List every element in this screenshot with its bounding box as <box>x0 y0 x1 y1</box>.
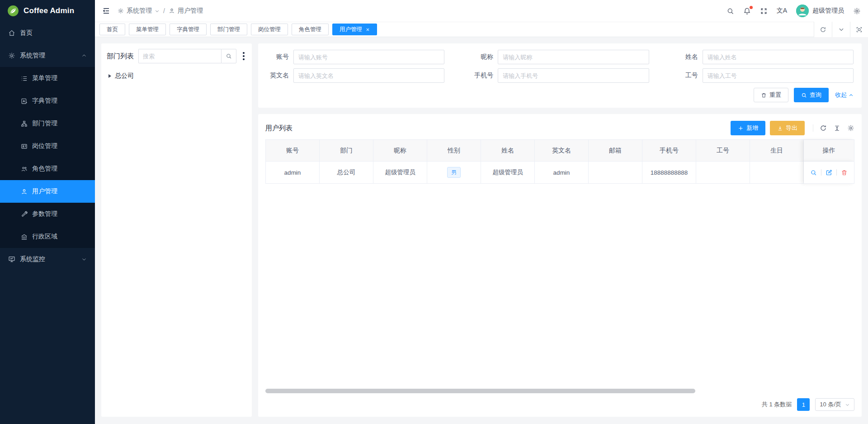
app-title: Coffee Admin <box>24 6 74 15</box>
page-size-select[interactable]: 10 条/页 <box>815 398 854 411</box>
roles-icon <box>21 166 28 172</box>
dept-panel-header: 部门列表 <box>107 49 246 63</box>
breadcrumb-system-mgmt[interactable]: 系统管理 <box>118 7 160 15</box>
tree-node-root[interactable]: 总公司 <box>107 70 246 82</box>
pagination: 共 1 条数据 1 10 条/页 <box>265 396 854 413</box>
user-list-title: 用户列表 <box>265 124 292 133</box>
main-area: 系统管理 / 用户管理 <box>95 0 868 424</box>
settings-gear-icon[interactable] <box>853 7 861 15</box>
sidebar-item-label: 菜单管理 <box>32 74 57 82</box>
edit-icon[interactable] <box>826 169 832 176</box>
fullscreen-icon[interactable] <box>760 7 768 15</box>
sidebar-item-home[interactable]: 首页 <box>0 22 95 44</box>
tab-home[interactable]: 首页 <box>99 24 125 35</box>
sidebar-item-dict-mgmt[interactable]: 字典管理 <box>0 90 95 112</box>
field-phone: 手机号 <box>467 68 649 83</box>
filter-panel: 账号 昵称 姓名 英文名 <box>258 43 862 108</box>
sidebar-item-role-mgmt[interactable]: 角色管理 <box>0 157 95 180</box>
sidebar-item-dept-mgmt[interactable]: 部门管理 <box>0 112 95 135</box>
query-button[interactable]: 查询 <box>794 88 829 102</box>
en-name-input[interactable] <box>293 68 444 83</box>
chevron-down-icon <box>155 9 160 14</box>
bank-icon <box>21 233 28 240</box>
reset-button[interactable]: 重置 <box>754 88 788 102</box>
tab-list: 首页 菜单管理 字典管理 部门管理 岗位管理 角色管理 用户管理 <box>99 24 814 35</box>
total-count: 共 1 条数据 <box>762 400 792 409</box>
app-root: Coffee Admin 首页 系统管理 菜单管理 <box>0 0 868 424</box>
menu-fold-icon[interactable] <box>102 7 110 15</box>
field-en-name: 英文名 <box>263 68 444 83</box>
right-column: 账号 昵称 姓名 英文名 <box>258 43 862 417</box>
field-name: 姓名 <box>672 50 854 64</box>
sidebar-item-menu-mgmt[interactable]: 菜单管理 <box>0 67 95 90</box>
tab-dict-mgmt[interactable]: 字典管理 <box>170 24 207 35</box>
col-gender: 性别 <box>427 140 481 162</box>
reset-label: 重置 <box>769 91 781 99</box>
tree-node-label: 总公司 <box>115 72 134 80</box>
sidebar-item-label: 字典管理 <box>32 97 57 105</box>
nickname-input[interactable] <box>498 50 649 64</box>
tab-dept-mgmt[interactable]: 部门管理 <box>210 24 247 35</box>
refresh-icon[interactable] <box>814 22 832 37</box>
dept-search-button[interactable] <box>221 49 236 63</box>
bell-icon[interactable] <box>743 7 751 15</box>
dept-search <box>138 49 236 63</box>
chevron-down-icon <box>81 257 87 262</box>
gear-icon <box>8 52 15 59</box>
sidebar-item-label: 首页 <box>20 29 33 37</box>
export-button[interactable]: 导出 <box>770 121 805 135</box>
cell-phone: 18888888888 <box>642 162 696 184</box>
field-nickname: 昵称 <box>467 50 649 64</box>
col-nickname: 昵称 <box>373 140 427 162</box>
account-input[interactable] <box>293 50 444 64</box>
page-button-1[interactable]: 1 <box>797 398 810 411</box>
close-icon[interactable] <box>366 28 370 32</box>
phone-input[interactable] <box>498 68 649 83</box>
cell-work-no <box>696 162 750 184</box>
field-account: 账号 <box>263 50 444 64</box>
tab-post-mgmt[interactable]: 岗位管理 <box>251 24 288 35</box>
sidebar-item-param-mgmt[interactable]: 参数管理 <box>0 203 95 225</box>
app-logo[interactable]: Coffee Admin <box>0 0 95 22</box>
col-actions: 操作 <box>804 140 854 162</box>
sidebar-item-post-mgmt[interactable]: 岗位管理 <box>0 135 95 157</box>
scrollbar-thumb[interactable] <box>265 389 695 393</box>
tab-role-mgmt[interactable]: 角色管理 <box>292 24 329 35</box>
tab-menu-mgmt[interactable]: 菜单管理 <box>129 24 166 35</box>
name-input[interactable] <box>703 50 854 64</box>
delete-icon[interactable] <box>841 169 848 176</box>
horizontal-scrollbar <box>265 389 854 393</box>
column-settings-gear-icon[interactable] <box>847 124 854 132</box>
user-menu[interactable]: 超级管理员 <box>796 5 844 17</box>
sidebar-item-system-mgmt[interactable]: 系统管理 <box>0 44 95 67</box>
tab-label: 菜单管理 <box>136 26 159 33</box>
work-no-input[interactable] <box>703 68 854 83</box>
sidebar-item-user-mgmt[interactable]: 用户管理 <box>0 180 95 203</box>
maximize-icon[interactable] <box>850 22 868 37</box>
search-icon[interactable] <box>726 7 734 15</box>
tab-user-mgmt[interactable]: 用户管理 <box>332 24 377 35</box>
field-label: 账号 <box>263 53 289 61</box>
translate-icon[interactable]: 文A <box>777 7 787 15</box>
dept-panel: 部门列表 总公司 <box>101 43 252 417</box>
caret-right-icon[interactable] <box>108 74 111 78</box>
col-name: 姓名 <box>481 140 535 162</box>
kebab-menu-icon[interactable] <box>241 51 246 61</box>
dept-search-input[interactable] <box>138 49 221 63</box>
user-list-header: 用户列表 新增 <box>265 119 854 138</box>
sidebar-item-label: 岗位管理 <box>32 142 57 150</box>
collapse-toggle[interactable]: 收起 <box>835 91 854 99</box>
search-icon <box>226 53 232 59</box>
view-icon[interactable] <box>810 169 817 176</box>
table-tools <box>813 124 854 132</box>
sidebar-item-admin-region[interactable]: 行政区域 <box>0 225 95 248</box>
line-height-icon[interactable] <box>834 125 840 132</box>
filter-grid: 账号 昵称 姓名 英文名 <box>263 50 854 83</box>
add-button[interactable]: 新增 <box>731 121 765 135</box>
sidebar-item-system-monitor[interactable]: 系统监控 <box>0 248 95 271</box>
col-work-no: 工号 <box>696 140 750 162</box>
sidebar-item-label: 行政区域 <box>32 233 57 241</box>
field-label: 昵称 <box>467 53 493 61</box>
chevron-down-icon[interactable] <box>832 22 850 37</box>
refresh-icon[interactable] <box>820 124 827 132</box>
